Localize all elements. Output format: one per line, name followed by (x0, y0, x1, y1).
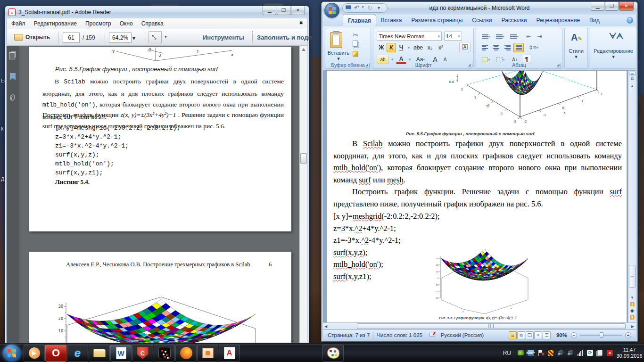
taskbar-explorer-button[interactable] (89, 345, 110, 362)
align-right-button[interactable] (502, 43, 512, 52)
help-icon[interactable]: ? (627, 17, 633, 24)
scroll-up-arrow-icon[interactable] (302, 48, 305, 51)
sync-tray-icon[interactable]: ⟳ (586, 349, 594, 356)
clipboard-dialog-launcher-icon[interactable]: ◢ (365, 63, 370, 67)
justify-button[interactable] (513, 43, 524, 52)
word-vertical-scrollbar[interactable]: ▬ ⧉ ▲ ▼ ⏫ ◉ ⏬ (628, 71, 636, 322)
taskbar-firefox-button[interactable] (175, 345, 197, 362)
menu-help[interactable]: Справка (137, 18, 168, 29)
tab-references[interactable]: Ссылки (467, 15, 496, 25)
word-page[interactable]: 210-1-2-2-1012YX0.0 Рис. 5.5.График функ… (327, 71, 627, 322)
language-indicator[interactable]: RU (503, 350, 511, 356)
bullets-button[interactable]: ▾ (479, 32, 493, 41)
restore-button[interactable]: ❐ (277, 6, 290, 15)
page-thumbnails-icon[interactable] (9, 52, 15, 59)
start-button[interactable] (3, 345, 21, 362)
word-horizontal-scrollbar[interactable]: ◀ ▶ (323, 322, 636, 329)
antivirus-tray-icon[interactable] (546, 349, 554, 356)
status-word-count[interactable]: Число слов: 1 025 (377, 332, 422, 338)
minimize-button[interactable]: ▁ (263, 6, 276, 15)
paste-button[interactable]: Вставить▾ (327, 50, 350, 62)
tools-panel-button[interactable]: Инструменты (203, 34, 244, 41)
word-hscroll-thumb[interactable] (357, 323, 626, 329)
attachments-paperclip-icon[interactable] (9, 93, 17, 102)
draft-view-button[interactable]: ☰ (543, 331, 551, 339)
word-scroll-thumb[interactable] (629, 265, 636, 288)
pdf-page-2[interactable]: Алексеев Е.Р., Чеснокова О.В. Построение… (29, 252, 291, 343)
close-button[interactable]: ✕ (291, 6, 305, 15)
zoom-dropdown-arrow-icon[interactable]: ▾ (132, 32, 140, 44)
network-signal-icon[interactable] (576, 349, 584, 356)
zoom-slider-thumb[interactable] (600, 332, 603, 338)
web-layout-view-button[interactable]: 🗔 (526, 331, 534, 339)
styles-icon[interactable]: A✎ (571, 32, 582, 43)
tab-page-layout[interactable]: Разметка страницы (406, 15, 467, 25)
clear-formatting-button[interactable]: 🄰 (459, 42, 471, 52)
font-dialog-launcher-icon[interactable]: ◢ (468, 63, 472, 67)
tab-review[interactable]: Рецензирование (531, 15, 585, 25)
find-binoculars-icon[interactable]: ᗄᗅ (609, 32, 623, 41)
word-scroll-down-icon[interactable]: ▼ (629, 296, 636, 300)
kmplayer-tray-icon[interactable]: KMP (527, 349, 535, 356)
italic-button[interactable]: К (387, 43, 396, 52)
open-button[interactable]: Открыть (11, 31, 53, 43)
taskbar-dots-app-button[interactable] (154, 345, 175, 362)
adobe-vertical-scrollbar[interactable] (299, 46, 307, 343)
underline-dropdown-icon[interactable]: ▾ (406, 43, 412, 52)
word-scroll-up-icon[interactable]: ▲ (629, 84, 636, 88)
subscript-button[interactable]: x₂ (425, 43, 435, 52)
paste-icon[interactable] (330, 32, 342, 48)
numbering-button[interactable]: ▾ (494, 32, 507, 41)
office-button[interactable] (324, 3, 339, 18)
zoom-out-button[interactable]: − (571, 332, 577, 338)
spellcheck-icon[interactable]: ✗ (429, 332, 437, 338)
clipboard-tray-icon[interactable] (596, 349, 604, 356)
status-page-indicator[interactable]: Страница: 7 из 7 (328, 332, 370, 338)
zoom-in-button[interactable]: + (625, 332, 631, 338)
styles-button[interactable]: Стили▾ (565, 48, 587, 60)
taskbar-wmp-button[interactable]: ▶ (24, 345, 45, 362)
fill-sign-panel-button[interactable]: Заполнить и подп (257, 34, 312, 41)
bold-button[interactable]: Ж (377, 43, 386, 52)
zoom-percentage[interactable]: 90% (556, 332, 567, 338)
font-size-combo[interactable]: 14▾ (444, 32, 462, 41)
select-browse-object-icon[interactable]: ◉ (629, 308, 636, 313)
taskbar-powerpoint-button[interactable] (197, 345, 218, 362)
tray-clock[interactable]: 11:47 30.09.2016 (615, 347, 644, 359)
zoom-level-box[interactable]: 64,2% (109, 33, 132, 43)
bookmarks-icon[interactable] (10, 73, 16, 80)
outline-view-button[interactable]: ≡ (534, 331, 542, 339)
multilevel-list-button[interactable]: ▾ (508, 32, 521, 41)
menu-view[interactable]: Просмотр (81, 18, 116, 29)
underline-button[interactable]: Ч (396, 43, 406, 52)
word-restore-button[interactable]: ❐ (605, 2, 619, 11)
desktop-icon-label[interactable]: Д (1, 177, 4, 182)
taskbar-opera-button[interactable]: O (45, 345, 66, 362)
taskbar-acrobat-button[interactable]: A (219, 345, 240, 362)
word-scroll-right-icon[interactable]: ▶ (631, 324, 634, 329)
nvidia-tray-icon[interactable] (517, 349, 525, 356)
adobe-titlebar[interactable]: ⤓ 3_Scilab-manual.pdf - Adobe Reader ▁ ❐… (5, 6, 309, 18)
tab-insert[interactable]: Вставка (376, 15, 407, 25)
page-number-input[interactable]: 61 (63, 33, 80, 43)
split-handle[interactable]: ▬ (629, 72, 636, 75)
desktop-icon-label[interactable]: К (1, 126, 4, 132)
menu-edit[interactable]: Редактирование (30, 18, 81, 29)
align-left-button[interactable] (479, 43, 490, 52)
word-minimize-button[interactable]: ▁ (591, 2, 604, 11)
taskbar-ie-button[interactable]: e (67, 345, 88, 362)
line-spacing-button[interactable]: ⇕≡▾ (526, 43, 540, 52)
pdf-page-1[interactable]: y -2 -2 -1 x Рис. 5.5.График функции , п… (29, 47, 291, 231)
adobe-scroll-thumb[interactable] (300, 153, 307, 164)
font-name-combo[interactable]: Times New Roman▾ (377, 32, 442, 41)
cut-icon[interactable]: ✂ (353, 31, 358, 39)
tab-home[interactable]: Главная (343, 15, 376, 26)
word-titlebar[interactable]: ↶ ▾ ↻ ▾ идз по кормилицыной - Microsoft … (322, 2, 637, 15)
word-paragraph-2[interactable]: Построить график функции. Решение задачи… (333, 186, 622, 210)
fit-window-icon[interactable]: ⤡ (149, 31, 162, 43)
word-code-block[interactable]: [x y]=meshgrid(-2:0.2:2,-2:0.2:2); z=3*x… (333, 210, 440, 282)
action-center-flag-icon[interactable]: ✘ (537, 349, 545, 356)
taskbar-paint-button[interactable] (322, 345, 344, 362)
word-scroll-left-icon[interactable]: ◀ (324, 324, 327, 329)
increase-indent-button[interactable]: ⇥ (535, 32, 545, 41)
